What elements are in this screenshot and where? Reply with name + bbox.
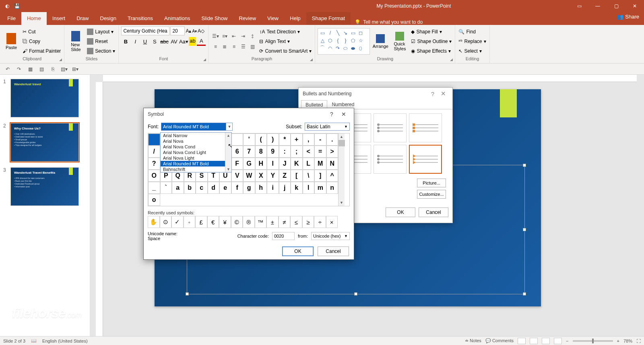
font-option[interactable]: Arial Nova Light	[161, 155, 231, 161]
symbol-cell[interactable]: i	[267, 182, 279, 194]
shapes-gallery[interactable]: ▭/╲↘▭◻ △⬡{}⬠☆ ⌒◠↷⬭⬬⬯	[318, 28, 370, 55]
recent-symbol[interactable]: ✋	[148, 216, 160, 228]
tab-slideshow[interactable]: Slide Show	[196, 12, 233, 25]
close-button[interactable]: ✕	[338, 111, 350, 117]
clear-format-button[interactable]: A◇	[198, 28, 204, 34]
grow-font-button[interactable]: A▴	[186, 28, 191, 34]
comments-button[interactable]: 💬 Comments	[485, 338, 514, 343]
bullet-option[interactable]	[374, 113, 407, 142]
drawing-launcher[interactable]: ◢	[448, 57, 454, 62]
symbol-cell[interactable]: G	[243, 158, 255, 170]
text-direction-button[interactable]: ↕AText Direction▾	[258, 27, 312, 36]
paste-button[interactable]: Paste	[2, 27, 20, 55]
symbol-cell[interactable]: l	[303, 182, 315, 194]
symbol-cell[interactable]: V	[231, 170, 244, 182]
qat-btn[interactable]: ▤	[37, 65, 46, 74]
symbol-cell[interactable]: J	[279, 158, 291, 170]
qat-btn[interactable]: ▤▾	[60, 65, 68, 74]
symbol-cell[interactable]: [	[291, 170, 303, 182]
tab-home[interactable]: Home	[21, 12, 47, 25]
slide-thumbnail[interactable]: Wanderlust travel	[10, 79, 79, 117]
clipboard-launcher[interactable]: ◢	[58, 57, 63, 62]
select-button[interactable]: ↖Select▾	[458, 47, 487, 55]
tab-draw[interactable]: Draw	[71, 12, 94, 25]
replace-button[interactable]: ᵃᵇReplace▾	[458, 37, 487, 46]
shape-effects-button[interactable]: ◉Shape Effects▾	[410, 47, 452, 55]
paragraph-launcher[interactable]: ◢	[308, 57, 314, 62]
share-button[interactable]: 👥Share	[617, 14, 639, 20]
align-center-button[interactable]: ≣	[220, 42, 229, 51]
zoom-in-button[interactable]: +	[617, 339, 619, 343]
new-slide-button[interactable]: New Slide	[67, 27, 85, 55]
customize-button[interactable]: Customize...	[417, 190, 446, 199]
line-spacing-button[interactable]: ‡	[248, 32, 257, 41]
maximize-button[interactable]: ▢	[607, 0, 625, 12]
justify-button[interactable]: ☰	[239, 42, 248, 51]
help-button[interactable]: ?	[326, 111, 338, 117]
symbol-cell[interactable]: ,	[303, 133, 315, 146]
recent-symbol[interactable]: ✓	[171, 216, 184, 228]
slideshow-view-button[interactable]	[554, 338, 562, 344]
notes-button[interactable]: ≐ Notes	[465, 338, 481, 343]
font-launcher[interactable]: ◢	[202, 57, 207, 62]
numbering-button[interactable]: ≡▾	[220, 32, 229, 41]
zoom-slider[interactable]	[573, 340, 613, 342]
recent-symbol[interactable]: ×	[326, 216, 338, 228]
recent-symbol[interactable]: ®	[243, 216, 255, 228]
smartart-button[interactable]: ⟳Convert to SmartArt▾	[258, 47, 312, 55]
symbol-cell[interactable]: h	[255, 182, 267, 194]
charcode-input[interactable]	[272, 232, 295, 240]
cancel-button[interactable]: Cancel	[419, 207, 448, 217]
font-option[interactable]: Arial Nova Cond Light	[161, 150, 231, 155]
highlight-button[interactable]: ab	[189, 37, 196, 46]
symbol-cell[interactable]: X	[255, 170, 267, 182]
shape-fill-button[interactable]: ◆Shape Fill▾	[410, 27, 452, 36]
find-button[interactable]: 🔍Find	[458, 27, 487, 36]
symbol-cell[interactable]: >	[326, 146, 339, 158]
symbol-cell[interactable]: Z	[279, 170, 291, 182]
tab-view[interactable]: View	[262, 12, 284, 25]
symbol-cell[interactable]: '	[243, 133, 255, 146]
symbol-cell[interactable]: 6	[231, 146, 244, 158]
language-indicator[interactable]: English (United States)	[42, 339, 88, 343]
font-option-selected[interactable]: Arial Rounded MT Bold	[161, 161, 231, 166]
slide-thumbnail[interactable]: Why Choose Us? • Over 100 destinations• …	[10, 123, 79, 162]
symbol-cell[interactable]: b	[184, 182, 196, 194]
font-color-button[interactable]: A	[197, 37, 206, 46]
align-right-button[interactable]: ≡	[229, 42, 238, 51]
spacing-button[interactable]: AV	[169, 37, 178, 46]
font-size-input[interactable]	[170, 27, 185, 35]
reset-button[interactable]: Reset	[86, 37, 116, 46]
arrange-button[interactable]: Arrange	[372, 27, 389, 55]
symbol-cell[interactable]: ?	[148, 158, 160, 170]
symbol-cell[interactable]: Y	[267, 170, 279, 182]
bold-button[interactable]: B	[121, 37, 130, 46]
columns-button[interactable]: ▥	[248, 42, 257, 51]
recent-symbol[interactable]: £	[195, 216, 207, 228]
format-painter-button[interactable]: 🖌Format Painter	[22, 47, 62, 55]
shape-outline-button[interactable]: ☑Shape Outline▾	[410, 37, 452, 46]
close-button[interactable]: ✕	[625, 0, 644, 12]
grid-scrollbar[interactable]: ▲▼	[338, 133, 345, 206]
close-button[interactable]: ✕	[438, 90, 448, 97]
symbol-cell[interactable]: _	[148, 182, 160, 194]
symbol-cell[interactable]: \	[303, 170, 315, 182]
minimize-button[interactable]: —	[588, 0, 607, 12]
autosave-toggle[interactable]: ◐	[3, 2, 11, 10]
ok-button[interactable]: OK	[386, 207, 415, 217]
undo-button[interactable]: ↶	[3, 65, 12, 74]
qat-btn[interactable]: ⊞▾	[71, 65, 80, 74]
picture-button[interactable]: Picture...	[417, 179, 446, 187]
recent-symbol[interactable]: ◦	[184, 216, 196, 228]
symbol-cell[interactable]	[231, 133, 244, 146]
symbol-cell[interactable]: o	[148, 194, 160, 206]
redo-button[interactable]: ↷	[14, 65, 23, 74]
recent-symbol[interactable]: ≥	[302, 216, 314, 228]
sorter-view-button[interactable]	[530, 338, 538, 344]
font-name-input[interactable]	[121, 27, 169, 35]
font-option[interactable]: Bahnschrift	[161, 166, 231, 172]
case-button[interactable]: Aa▾	[179, 37, 188, 46]
align-left-button[interactable]: ≡	[211, 42, 220, 51]
symbol-cell[interactable]: +	[291, 133, 303, 146]
symbol-cell[interactable]: ^	[326, 170, 339, 182]
